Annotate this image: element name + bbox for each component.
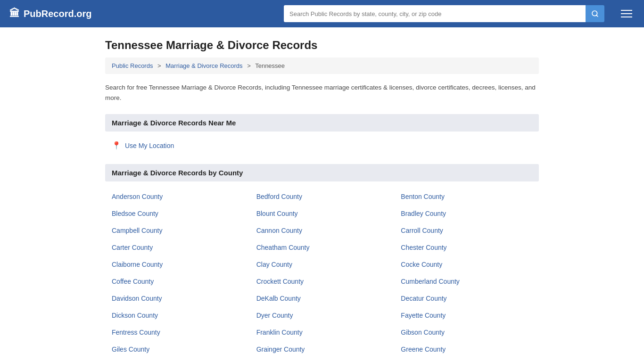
county-link[interactable]: Dyer County: [250, 307, 395, 324]
search-button[interactable]: [586, 5, 604, 22]
county-link[interactable]: Hamblen County: [250, 358, 395, 362]
county-link[interactable]: Bradley County: [394, 205, 539, 222]
breadcrumb-separator: >: [247, 62, 251, 69]
county-link[interactable]: Grundy County: [105, 358, 250, 362]
county-link[interactable]: Hamilton County: [394, 358, 539, 362]
site-header: 🏛 PubRecord.org: [0, 0, 644, 27]
near-me-section-header: Marriage & Divorce Records Near Me: [105, 114, 539, 132]
breadcrumb: Public Records > Marriage & Divorce Reco…: [105, 58, 539, 74]
county-link[interactable]: Bedford County: [250, 188, 395, 205]
county-link[interactable]: Coffee County: [105, 273, 250, 290]
county-link[interactable]: Davidson County: [105, 290, 250, 307]
county-link[interactable]: Blount County: [250, 205, 395, 222]
county-link[interactable]: Cumberland County: [394, 273, 539, 290]
location-icon: 📍: [112, 141, 121, 150]
county-link[interactable]: Franklin County: [250, 324, 395, 341]
county-link[interactable]: Greene County: [394, 341, 539, 358]
county-link[interactable]: Dickson County: [105, 307, 250, 324]
county-link[interactable]: Cannon County: [250, 222, 395, 239]
search-area: [284, 5, 604, 22]
county-link[interactable]: Benton County: [394, 188, 539, 205]
hamburger-line: [621, 16, 632, 17]
county-link[interactable]: Gibson County: [394, 324, 539, 341]
breadcrumb-separator: >: [157, 62, 161, 69]
county-link[interactable]: Giles County: [105, 341, 250, 358]
county-link[interactable]: Fayette County: [394, 307, 539, 324]
county-link[interactable]: DeKalb County: [250, 290, 395, 307]
county-grid: Anderson CountyBedford CountyBenton Coun…: [105, 188, 539, 362]
hamburger-line: [621, 13, 632, 14]
menu-button[interactable]: [619, 8, 635, 20]
building-icon: 🏛: [9, 8, 20, 20]
by-county-section-header: Marriage & Divorce Records by County: [105, 164, 539, 181]
use-location-link[interactable]: Use My Location: [125, 142, 174, 149]
use-location-row[interactable]: 📍 Use My Location: [105, 138, 539, 153]
county-link[interactable]: Campbell County: [105, 222, 250, 239]
search-input[interactable]: [284, 5, 586, 22]
page-description: Search for free Tennessee Marriage & Div…: [105, 82, 539, 103]
hamburger-line: [621, 10, 632, 11]
county-link[interactable]: Cheatham County: [250, 239, 395, 256]
page-title: Tennessee Marriage & Divorce Records: [105, 39, 539, 52]
county-link[interactable]: Clay County: [250, 256, 395, 273]
county-link[interactable]: Carter County: [105, 239, 250, 256]
breadcrumb-link-public-records[interactable]: Public Records: [112, 62, 153, 69]
county-link[interactable]: Bledsoe County: [105, 205, 250, 222]
county-link[interactable]: Cocke County: [394, 256, 539, 273]
main-content: Tennessee Marriage & Divorce Records Pub…: [96, 27, 548, 362]
county-link[interactable]: Fentress County: [105, 324, 250, 341]
search-icon: [591, 10, 599, 17]
county-link[interactable]: Decatur County: [394, 290, 539, 307]
county-link[interactable]: Carroll County: [394, 222, 539, 239]
county-link[interactable]: Grainger County: [250, 341, 395, 358]
county-link[interactable]: Anderson County: [105, 188, 250, 205]
county-link[interactable]: Chester County: [394, 239, 539, 256]
logo-link[interactable]: 🏛 PubRecord.org: [9, 8, 91, 20]
breadcrumb-current: Tennessee: [255, 62, 285, 69]
county-link[interactable]: Claiborne County: [105, 256, 250, 273]
breadcrumb-link-marriage-divorce[interactable]: Marriage & Divorce Records: [165, 62, 242, 69]
logo-text: PubRecord.org: [24, 8, 91, 19]
county-link[interactable]: Crockett County: [250, 273, 395, 290]
